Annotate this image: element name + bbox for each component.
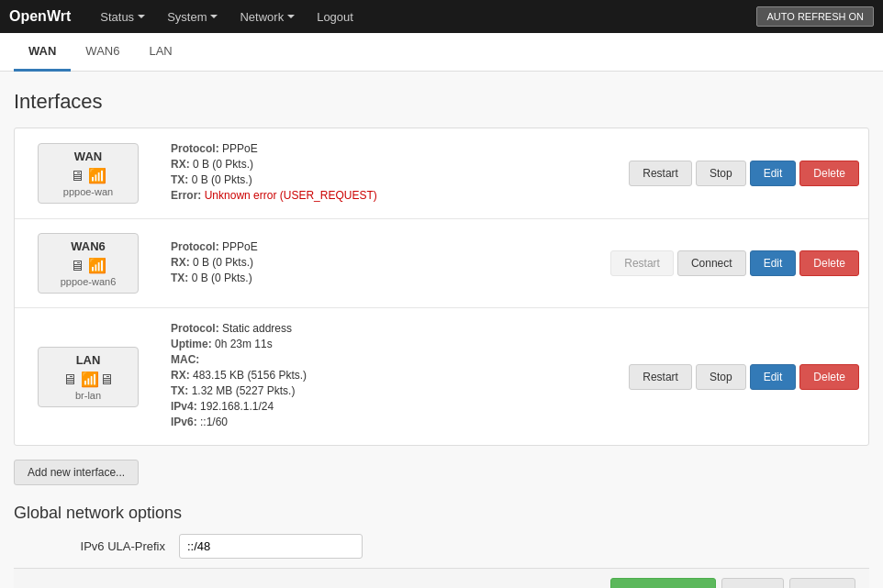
nav-system[interactable]: System [156, 3, 229, 31]
wan-tx-value: 0 B (0 Pkts.) [192, 173, 252, 186]
table-row: WAN6 🖥 📶 pppoe-wan6 Protocol: PPPoE RX: … [15, 219, 868, 308]
navbar: OpenWrt Status System Network Logout AUT… [0, 0, 883, 33]
nav-network[interactable]: Network [229, 3, 306, 31]
lan-ipv4-line: IPv4: 192.168.1.1/24 [171, 400, 575, 413]
save-button[interactable]: Save [721, 578, 784, 588]
wan6-connect-button[interactable]: Connect [677, 250, 746, 276]
lan-protocol-value: Static address [222, 322, 292, 335]
error-label: Error: [171, 189, 205, 202]
tx-label: TX: [171, 173, 192, 186]
lan-mac-line: MAC: [171, 353, 575, 366]
wan-stop-button[interactable]: Stop [696, 161, 746, 186]
tab-lan[interactable]: LAN [134, 33, 186, 72]
lan-actions: Restart Stop Edit Delete [584, 355, 868, 399]
tx-label: TX: [171, 384, 192, 397]
lan-icon-cell: LAN 🖥 📶🖥 br-lan [15, 333, 162, 421]
wan6-restart-button[interactable]: Restart [610, 250, 674, 276]
rx-label: RX: [171, 158, 193, 171]
ipv6-label: IPv6: [171, 416, 200, 428]
wan6-tx-value: 0 B (0 Pkts.) [192, 272, 252, 284]
protocol-label: Protocol: [171, 142, 222, 155]
reset-button[interactable]: Reset [789, 578, 855, 588]
wan6-tx-line: TX: 0 B (0 Pkts.) [171, 272, 575, 284]
wan-device-icons: 🖥 📶 [70, 167, 106, 184]
wan6-actions: Restart Connect Edit Delete [584, 241, 868, 285]
lan-tx-value: 1.32 MB (5227 Pkts.) [192, 384, 296, 397]
wan-protocol-value: PPPoE [222, 142, 258, 155]
wan6-rx-value: 0 B (0 Pkts.) [193, 256, 253, 269]
wan-rx-line: RX: 0 B (0 Pkts.) [171, 158, 575, 171]
nav-logout[interactable]: Logout [306, 3, 364, 31]
rx-label: RX: [171, 369, 193, 382]
lan-ipv6-line: IPv6: ::1/60 [171, 416, 575, 428]
wan6-dev: pppoe-wan6 [61, 276, 117, 287]
add-interface-container: Add new interface... [14, 460, 869, 485]
protocol-label: Protocol: [171, 240, 222, 253]
mac-label: MAC: [171, 353, 199, 366]
brand-logo[interactable]: OpenWrt [9, 8, 71, 25]
ipv6-ula-input[interactable] [179, 534, 363, 559]
lan-stop-button[interactable]: Stop [696, 364, 746, 390]
footer-actions: Save & Apply Save Reset [14, 568, 869, 588]
rx-label: RX: [171, 256, 193, 269]
lan-dev: br-lan [75, 390, 101, 401]
main-content: Interfaces WAN 🖥 📶 pppoe-wan Protocol: P… [0, 72, 883, 588]
wan-restart-button[interactable]: Restart [629, 161, 692, 186]
wan-dev: pppoe-wan [63, 186, 113, 197]
uptime-label: Uptime: [171, 338, 215, 350]
status-caret-icon [138, 15, 145, 18]
tab-wan6[interactable]: WAN6 [71, 33, 134, 72]
wan-error-value: Unknown error (USER_REQUEST) [205, 189, 377, 202]
lan-badge: LAN 🖥 📶🖥 br-lan [38, 347, 139, 407]
wan6-info: Protocol: PPPoE RX: 0 B (0 Pkts.) TX: 0 … [162, 227, 584, 301]
wan-badge: WAN 🖥 📶 pppoe-wan [38, 143, 139, 204]
wan6-rx-line: RX: 0 B (0 Pkts.) [171, 256, 575, 269]
wan6-icon-cell: WAN6 🖥 📶 pppoe-wan6 [15, 219, 162, 307]
global-options-title: Global network options [14, 504, 869, 523]
wan6-delete-button[interactable]: Delete [799, 250, 859, 276]
tab-wan[interactable]: WAN [14, 33, 71, 72]
wan-delete-button[interactable]: Delete [799, 161, 859, 186]
wan-name: WAN [74, 150, 102, 163]
ipv4-label: IPv4: [171, 400, 200, 413]
lan-protocol-line: Protocol: Static address [171, 322, 575, 335]
protocol-label: Protocol: [171, 322, 222, 335]
wan-edit-button[interactable]: Edit [750, 161, 797, 186]
lan-restart-button[interactable]: Restart [629, 364, 692, 390]
wan-error-line: Error: Unknown error (USER_REQUEST) [171, 189, 575, 202]
nav-status[interactable]: Status [89, 3, 156, 31]
ipv6-ula-label: IPv6 ULA-Prefix [14, 539, 179, 553]
lan-uptime-line: Uptime: 0h 23m 11s [171, 338, 575, 350]
table-row: LAN 🖥 📶🖥 br-lan Protocol: Static address… [15, 308, 868, 445]
lan-edit-button[interactable]: Edit [750, 364, 797, 390]
lan-uptime-value: 0h 23m 11s [215, 338, 273, 350]
wan6-badge: WAN6 🖥 📶 pppoe-wan6 [38, 233, 139, 294]
auto-refresh-button[interactable]: AUTO REFRESH ON [756, 6, 874, 27]
wan-icon-cell: WAN 🖥 📶 pppoe-wan [15, 129, 162, 217]
lan-device-icons: 🖥 📶🖥 [62, 371, 114, 388]
lan-info: Protocol: Static address Uptime: 0h 23m … [162, 308, 584, 445]
wan-info: Protocol: PPPoE RX: 0 B (0 Pkts.) TX: 0 … [162, 128, 584, 218]
tab-bar: WAN WAN6 LAN [0, 33, 883, 72]
wan6-name: WAN6 [71, 239, 106, 253]
system-caret-icon [210, 15, 218, 18]
wan6-edit-button[interactable]: Edit [750, 250, 797, 276]
lan-rx-value: 483.15 KB (5156 Pkts.) [193, 369, 307, 382]
tx-label: TX: [171, 272, 192, 284]
wan6-protocol-value: PPPoE [222, 240, 258, 253]
lan-rx-line: RX: 483.15 KB (5156 Pkts.) [171, 369, 575, 382]
wan-protocol-line: Protocol: PPPoE [171, 142, 575, 155]
table-row: WAN 🖥 📶 pppoe-wan Protocol: PPPoE RX: 0 … [15, 128, 868, 219]
add-interface-button[interactable]: Add new interface... [14, 460, 139, 485]
lan-name: LAN [76, 353, 101, 367]
wan6-device-icons: 🖥 📶 [70, 257, 106, 274]
interfaces-table: WAN 🖥 📶 pppoe-wan Protocol: PPPoE RX: 0 … [14, 128, 869, 446]
lan-tx-line: TX: 1.32 MB (5227 Pkts.) [171, 384, 575, 397]
page-title: Interfaces [14, 90, 869, 114]
wan6-protocol-line: Protocol: PPPoE [171, 240, 575, 253]
save-apply-button[interactable]: Save & Apply [610, 578, 716, 588]
ipv6-ula-group: IPv6 ULA-Prefix [14, 534, 869, 559]
lan-delete-button[interactable]: Delete [799, 364, 859, 390]
wan-rx-value: 0 B (0 Pkts.) [193, 158, 253, 171]
network-caret-icon [287, 15, 295, 18]
